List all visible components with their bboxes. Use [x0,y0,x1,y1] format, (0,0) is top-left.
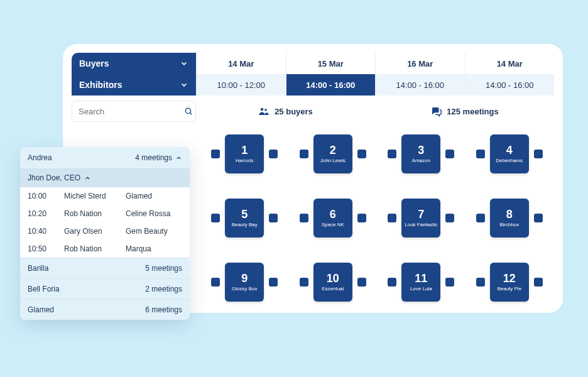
time-cell[interactable]: 10:00 - 12:00 [196,74,286,96]
sched-person: Rob Nation [64,244,126,253]
tile-label: Escentual [322,287,344,292]
buyer-name: Andrea [28,153,52,162]
tile-number: 5 [241,209,248,220]
tile[interactable]: 12Beauty Pie [490,263,529,302]
schedule-row[interactable]: 10:50Rob NationMarqua [20,240,190,258]
exhibitor-tile[interactable]: 5Beauty Bay [204,199,286,238]
tile[interactable]: 4Debenhams [490,134,529,173]
buyer-meeting-count: 4 meetings [135,153,172,162]
svg-point-0 [185,108,190,113]
peg-right [357,214,366,222]
tile[interactable]: 3Amazon [401,134,440,173]
meetings-count: 125 meetings [447,107,498,116]
exhibitor-tile[interactable]: 6Space NK [292,199,374,238]
sched-company: Celine Rossa [126,209,182,218]
tile-label: Glossy Box [232,287,257,292]
time-cell[interactable]: 14:00 - 16:00 [375,74,465,96]
tile-label: John Lewis [320,158,346,164]
exhibitor-tile[interactable]: 11Love Lula [380,263,462,302]
header-row-dates: Buyers 14 Mar 15 Mar 16 Mar 14 Mar [72,53,554,74]
sched-time: 10:20 [28,209,64,218]
meetings-stat: 125 meetings [375,106,554,117]
peg-right [357,278,366,287]
exhibitor-tile[interactable]: 9Glossy Box [204,263,286,302]
summary-list: Barilla5 meetingsBell Foria2 meetingsGla… [20,258,190,320]
exhibitor-tile[interactable]: 4Debenhams [469,134,551,173]
header-row-times: Exhibitors 10:00 - 12:00 14:00 - 16:00 1… [72,74,554,96]
peg-right [445,214,454,222]
tile[interactable]: 10Escentual [313,263,352,302]
sched-time: 10:00 [28,192,64,200]
tile-label: Debenhams [496,158,523,164]
stats-row: 25 buyers 125 meetings [196,106,554,117]
search-input[interactable] [79,107,184,116]
exhibitor-tile[interactable]: 12Beauty Pie [469,263,551,302]
tile-number: 3 [418,145,424,156]
buyers-dropdown[interactable]: Buyers [72,53,196,74]
schedule-row[interactable]: 10:00Michel SterdGlamed [20,187,190,205]
chevron-down-icon [180,59,188,68]
tile[interactable]: 1Harrods [225,134,264,173]
svg-point-2 [261,108,264,111]
tile-label: Amazon [412,158,430,164]
svg-point-3 [264,109,267,111]
peg-right [269,150,278,158]
search-icon [184,107,193,116]
tile[interactable]: 11Love Lula [401,263,440,302]
peg-right [445,278,454,287]
people-icon [258,106,270,117]
tile[interactable]: 9Glossy Box [225,263,264,302]
exhibitors-dropdown[interactable]: Exhibitors [72,74,196,96]
sched-company: Gem Beauty [126,227,182,236]
summary-name: Glamed [28,305,54,314]
peg-left [388,278,396,287]
summary-row[interactable]: Barilla5 meetings [20,258,190,278]
schedule-row[interactable]: 10:20Rob NationCeline Rossa [20,205,190,222]
tile-label: Beauty Bay [232,222,258,228]
tile-label: Harrods [236,158,253,164]
exhibitor-tile[interactable]: 3Amazon [380,134,462,173]
peg-left [476,214,485,222]
peg-right [269,278,278,287]
date-cell[interactable]: 16 Mar [375,53,465,74]
peg-right [445,150,454,158]
tile-number: 9 [241,273,248,284]
date-cell[interactable]: 15 Mar [286,53,376,74]
sched-person: Michel Sterd [64,192,126,200]
exhibitor-tile[interactable]: 1Harrods [204,134,286,173]
date-row: 14 Mar 15 Mar 16 Mar 14 Mar [196,53,554,74]
exhibitor-tile[interactable]: 2John Lewis [292,134,374,173]
search-box[interactable] [72,101,196,122]
tile-label: Look Fantastic [405,222,437,228]
tile[interactable]: 2John Lewis [313,134,352,173]
exhibitor-grid: 1Harrods2John Lewis3Amazon4Debenhams5Bea… [204,134,554,302]
card-header[interactable]: Andrea 4 meetings [20,147,190,168]
time-cell-active[interactable]: 14:00 - 16:00 [286,74,376,96]
toolbar: 25 buyers 125 meetings [72,101,554,122]
exhibitors-label: Exhibitors [79,80,122,90]
exhibitor-tile[interactable]: 7Look Fantastic [380,199,462,238]
buyers-stat: 25 buyers [196,106,375,117]
exhibitor-tile[interactable]: 10Escentual [292,263,374,302]
time-cell[interactable]: 14:00 - 16:00 [465,74,555,96]
schedule-row[interactable]: 10:40Gary OlsenGem Beauty [20,222,190,240]
summary-count: 6 meetings [145,305,182,314]
tile[interactable]: 5Beauty Bay [225,199,264,238]
person-row[interactable]: Jhon Doe, CEO [20,168,190,187]
peg-left [300,214,308,222]
date-cell[interactable]: 14 Mar [196,53,286,74]
date-cell[interactable]: 14 Mar [465,53,555,74]
sched-time: 10:50 [28,244,64,253]
tile[interactable]: 7Look Fantastic [401,199,440,238]
svg-line-1 [190,113,192,115]
tile[interactable]: 8Birchbox [490,199,529,238]
summary-row[interactable]: Bell Foria2 meetings [20,278,190,299]
peg-right [534,278,543,287]
sched-time: 10:40 [28,227,64,236]
schedule-list: 10:00Michel SterdGlamed10:20Rob NationCe… [20,187,190,258]
summary-row[interactable]: Glamed6 meetings [20,299,190,320]
tile-label: Love Lula [410,287,432,292]
exhibitor-tile[interactable]: 8Birchbox [469,199,551,238]
tile[interactable]: 6Space NK [313,199,352,238]
chat-icon [430,106,442,117]
